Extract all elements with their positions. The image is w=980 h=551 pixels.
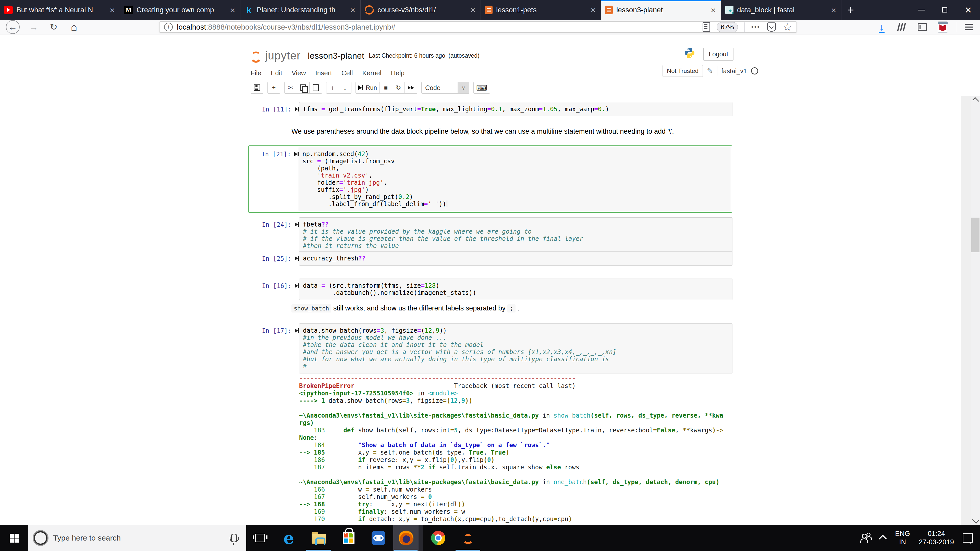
run-cell-icon[interactable] xyxy=(291,102,299,116)
reload-button[interactable]: ↻ xyxy=(46,20,61,34)
close-window-button[interactable]: × xyxy=(956,0,980,20)
close-tab-icon[interactable]: × xyxy=(710,5,717,15)
logout-button[interactable]: Logout xyxy=(703,48,733,61)
code-cell-11[interactable]: In [11]:tfms = get_transforms(flip_vert=… xyxy=(251,102,732,116)
task-view-button[interactable] xyxy=(246,525,274,551)
close-tab-icon[interactable]: × xyxy=(229,5,236,15)
cell-input[interactable]: accuracy_thresh?? xyxy=(299,251,732,265)
cell-input[interactable]: data = (src.transform(tfms, size=128) .d… xyxy=(299,279,732,300)
markdown-cell[interactable]: We use parentheses around the data block… xyxy=(251,127,732,135)
code-cell-16[interactable]: In [16]:data = (src.transform(tfms, size… xyxy=(251,279,732,300)
add-cell-button[interactable]: + xyxy=(267,82,280,94)
restore-button[interactable] xyxy=(933,0,956,20)
save-button[interactable] xyxy=(251,82,263,94)
restart-run-all-button[interactable] xyxy=(404,82,417,94)
microphone-icon[interactable] xyxy=(231,534,237,542)
clock[interactable]: 01:2427-03-2019 xyxy=(919,530,954,546)
taskbar-chrome[interactable] xyxy=(423,525,453,551)
jupyter-logo[interactable] xyxy=(249,48,263,63)
browser-tab-5[interactable]: lesson1-pets× xyxy=(481,0,601,20)
run-cell-icon[interactable] xyxy=(291,324,299,373)
code-cell-25[interactable]: In [25]:accuracy_thresh?? xyxy=(251,251,732,265)
tray-expand-chevron-icon[interactable] xyxy=(879,535,887,543)
run-cell-icon[interactable] xyxy=(291,251,299,265)
minimize-button[interactable] xyxy=(910,0,933,20)
menu-cell[interactable]: Cell xyxy=(342,67,358,79)
notebook-scrollbar[interactable] xyxy=(971,96,980,525)
run-icon-bar xyxy=(362,85,363,90)
taskbar-edge[interactable]: e xyxy=(274,525,304,551)
action-center-icon[interactable] xyxy=(963,534,973,543)
code-cell-24[interactable]: In [24]:fbeta?? # it is the value provid… xyxy=(251,218,732,253)
restart-kernel-button[interactable]: ↻ xyxy=(392,82,405,94)
taskbar-jupyter[interactable] xyxy=(453,525,483,551)
close-tab-icon[interactable]: × xyxy=(469,5,476,15)
taskbar-teamviewer[interactable] xyxy=(363,525,393,551)
cell-input[interactable]: data.show_batch(rows=3, figsize=(12,9)) … xyxy=(299,324,732,373)
library-button[interactable] xyxy=(893,20,910,34)
taskbar-file-explorer[interactable] xyxy=(304,525,334,551)
menu-button[interactable] xyxy=(961,20,977,34)
browser-tab-1[interactable]: But what *is* a Neural N× xyxy=(0,0,120,20)
browser-tab-3[interactable]: kPlanet: Understanding th× xyxy=(240,0,361,20)
move-cell-up-button[interactable]: ↑ xyxy=(326,82,339,94)
mcafee-extension-button[interactable] xyxy=(935,20,951,34)
home-button[interactable]: ⌂ xyxy=(67,20,81,34)
reader-mode-icon[interactable] xyxy=(703,22,710,32)
notebook-title[interactable]: lesson3-planet xyxy=(308,51,364,61)
cell-input[interactable]: fbeta?? # it is the value provided by th… xyxy=(299,218,732,253)
menu-kernel[interactable]: Kernel xyxy=(362,67,386,79)
jupyter-logo-text[interactable]: jupyter xyxy=(265,49,301,62)
close-tab-icon[interactable]: × xyxy=(830,5,837,15)
pocket-icon[interactable] xyxy=(767,22,776,32)
taskbar-firefox[interactable] xyxy=(393,525,423,551)
new-tab-button[interactable]: + xyxy=(842,0,860,20)
taskbar-store[interactable] xyxy=(334,525,363,551)
bookmark-star-icon[interactable]: ☆ xyxy=(783,22,792,32)
downloads-button[interactable]: ↓ xyxy=(873,20,890,34)
trust-status-button[interactable]: Not Trusted xyxy=(662,65,703,77)
taskbar-search-box[interactable]: Type here to search xyxy=(28,525,246,551)
run-cell-button[interactable]: Run xyxy=(355,82,380,94)
code-cell-17[interactable]: In [17]:data.show_batch(rows=3, figsize=… xyxy=(251,324,732,373)
url-bar[interactable]: i localhost :8888/notebooks/course-v3/nb… xyxy=(159,21,797,33)
move-cell-down-button[interactable]: ↓ xyxy=(339,82,352,94)
paste-cell-button[interactable] xyxy=(309,82,322,94)
browser-tab-6[interactable]: lesson3-planet× xyxy=(601,0,721,20)
close-tab-icon[interactable]: × xyxy=(349,5,356,15)
cell-input[interactable]: tfms = get_transforms(flip_vert=True, ma… xyxy=(299,102,732,116)
menu-edit[interactable]: Edit xyxy=(271,67,287,79)
start-button[interactable] xyxy=(0,525,28,551)
scrollbar-thumb[interactable] xyxy=(971,218,980,252)
cell-input[interactable]: np.random.seed(42) src = (ImageList.from… xyxy=(299,147,730,211)
sidebar-button[interactable] xyxy=(914,20,931,34)
menu-help[interactable]: Help xyxy=(391,67,409,79)
menu-view[interactable]: View xyxy=(292,67,311,79)
interrupt-kernel-button[interactable]: ■ xyxy=(380,82,392,94)
run-cell-icon[interactable] xyxy=(291,279,299,300)
run-cell-icon[interactable] xyxy=(291,147,299,211)
page-actions-icon[interactable]: ••• xyxy=(751,24,760,30)
copy-cell-button[interactable] xyxy=(297,82,310,94)
close-tab-icon[interactable]: × xyxy=(109,5,116,15)
site-info-icon[interactable]: i xyxy=(164,23,173,32)
cut-cell-button[interactable]: ✂ xyxy=(284,82,297,94)
command-palette-button[interactable]: ⌨ xyxy=(473,82,490,94)
zoom-level-badge[interactable]: 67% xyxy=(717,22,738,32)
cell-type-dropdown[interactable]: Code ∨ xyxy=(422,82,469,94)
scroll-up-arrow-icon[interactable] xyxy=(972,97,979,104)
code-cell-21[interactable]: In [21]:np.random.seed(42) src = (ImageL… xyxy=(248,145,732,213)
close-tab-icon[interactable]: × xyxy=(590,5,597,15)
menu-file[interactable]: File xyxy=(251,67,266,79)
menu-insert[interactable]: Insert xyxy=(315,67,337,79)
forward-button[interactable]: → xyxy=(27,20,41,34)
browser-tab-4[interactable]: course-v3/nbs/dl1/× xyxy=(361,0,481,20)
browser-tab-7[interactable]: data_block | fastai× xyxy=(721,0,842,20)
language-indicator[interactable]: ENGIN xyxy=(895,530,910,546)
run-cell-icon[interactable] xyxy=(291,218,299,253)
back-button[interactable]: ← xyxy=(6,20,20,34)
scroll-down-arrow-icon[interactable] xyxy=(972,517,979,524)
people-icon[interactable] xyxy=(861,534,872,542)
markdown-cell[interactable]: show_batch still works, and show us the … xyxy=(251,304,732,312)
browser-tab-2[interactable]: MCreating your own comp× xyxy=(120,0,240,20)
